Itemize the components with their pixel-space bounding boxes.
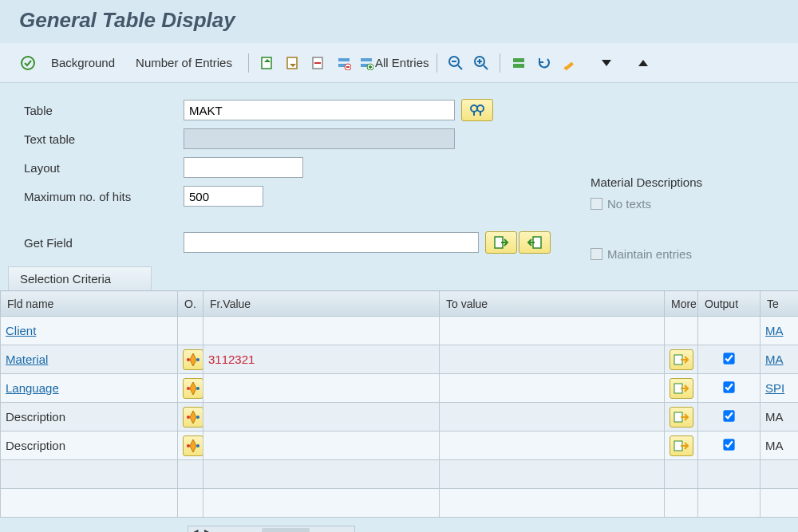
table-row: DescriptionMA <box>1 403 799 432</box>
th-fr[interactable]: Fr.Value <box>203 291 440 317</box>
multiple-selection-button[interactable] <box>670 435 693 456</box>
from-value-cell[interactable] <box>203 403 440 432</box>
from-value-cell[interactable]: 3112321 <box>208 353 255 366</box>
technical-name-cell[interactable]: MA <box>765 353 784 366</box>
svg-line-15 <box>458 65 462 69</box>
table-input[interactable] <box>184 100 455 120</box>
th-fld[interactable]: Fld name <box>1 291 178 317</box>
undo-icon[interactable] <box>534 53 555 73</box>
toolbar: Background Number of Entries All Entries <box>0 43 798 83</box>
svg-rect-9 <box>361 58 372 61</box>
collapse-down-icon[interactable] <box>596 53 617 73</box>
delete-row-icon[interactable] <box>308 53 329 73</box>
horizontal-scrollbar[interactable]: ◀ ▶ <box>188 526 355 532</box>
from-value-cell[interactable] <box>203 317 440 345</box>
selection-criteria-grid: Fld name O. Fr.Value To value More Outpu… <box>0 290 798 518</box>
th-o[interactable]: O. <box>178 291 203 317</box>
fld-name-cell[interactable]: Material <box>6 353 48 366</box>
from-value-cell[interactable] <box>203 432 440 460</box>
th-to[interactable]: To value <box>440 291 665 317</box>
svg-rect-21 <box>513 58 524 62</box>
table-row: LanguageSPI <box>1 374 799 403</box>
svg-point-42 <box>187 416 190 419</box>
svg-marker-37 <box>190 382 196 395</box>
to-value-cell[interactable] <box>440 403 665 432</box>
export-row-icon[interactable] <box>282 53 303 73</box>
from-value-cell[interactable] <box>203 374 440 403</box>
get-field-input[interactable] <box>184 232 479 253</box>
no-texts-label: No texts <box>607 197 651 211</box>
svg-point-46 <box>187 444 190 447</box>
zoom-in-icon[interactable] <box>471 53 492 73</box>
svg-point-0 <box>22 57 34 69</box>
output-checkbox[interactable] <box>723 381 734 392</box>
svg-point-28 <box>477 105 484 112</box>
zoom-out-icon[interactable] <box>445 53 466 73</box>
svg-line-18 <box>484 65 488 69</box>
text-table-label: Text table <box>24 132 184 146</box>
search-help-button[interactable] <box>461 99 493 121</box>
svg-point-38 <box>187 387 190 390</box>
layout-label: Layout <box>24 161 184 175</box>
layout-input[interactable] <box>184 157 303 178</box>
th-te[interactable]: Te <box>760 291 799 317</box>
number-of-entries-button[interactable]: Number of Entries <box>128 52 240 74</box>
svg-marker-45 <box>190 439 196 452</box>
export-button[interactable] <box>519 231 551 254</box>
layout-icon[interactable] <box>508 53 529 73</box>
rows-minus-icon[interactable] <box>334 53 354 73</box>
maxhits-input[interactable] <box>184 186 263 207</box>
to-value-cell[interactable] <box>440 345 665 374</box>
output-checkbox[interactable] <box>723 410 734 421</box>
background-button[interactable]: Background <box>43 52 123 74</box>
table-row <box>1 489 799 518</box>
selection-option-button[interactable] <box>183 407 203 428</box>
selection-option-button[interactable] <box>183 435 203 456</box>
no-texts-checkbox <box>591 198 602 210</box>
selection-criteria-header: Selection Criteria <box>8 266 152 290</box>
fld-name-cell[interactable]: Language <box>6 381 59 395</box>
to-value-cell[interactable] <box>440 317 665 345</box>
collapse-up-icon[interactable] <box>633 53 654 73</box>
multiple-selection-button[interactable] <box>670 378 693 399</box>
svg-rect-2 <box>287 57 297 69</box>
technical-name-cell: MA <box>765 410 784 424</box>
svg-point-34 <box>187 358 190 361</box>
table-row: Material3112321MA <box>1 345 799 374</box>
text-table-input <box>184 128 455 149</box>
technical-name-cell[interactable]: MA <box>765 324 784 337</box>
form-area: Table Text table Layout Maximum no. of h… <box>0 83 798 263</box>
maxhits-label: Maximum no. of hits <box>24 190 184 203</box>
all-entries-button[interactable]: All Entries <box>359 56 429 70</box>
svg-point-39 <box>196 387 200 390</box>
to-value-cell[interactable] <box>440 374 665 403</box>
svg-rect-1 <box>262 57 271 69</box>
all-entries-label: All Entries <box>375 56 429 69</box>
fld-name-cell[interactable]: Client <box>6 324 36 337</box>
selection-option-button[interactable] <box>183 349 203 370</box>
scroll-left-icon[interactable]: ◀ <box>188 526 201 532</box>
insert-row-icon[interactable] <box>257 53 278 73</box>
th-more[interactable]: More <box>665 291 698 317</box>
multiple-selection-button[interactable] <box>670 407 693 428</box>
fld-name-cell: Description <box>6 439 65 452</box>
multiple-selection-button[interactable] <box>670 349 693 370</box>
material-desc-heading: Material Descriptions <box>591 175 702 189</box>
svg-point-35 <box>196 358 200 361</box>
table-row: DescriptionMA <box>1 432 799 460</box>
page-title: General Table Display <box>0 0 798 43</box>
pencil-icon[interactable] <box>559 53 580 73</box>
scroll-thumb[interactable] <box>262 528 310 532</box>
technical-name-cell[interactable]: SPI <box>765 381 784 395</box>
to-value-cell[interactable] <box>440 432 665 460</box>
import-button[interactable] <box>485 231 517 254</box>
get-field-label: Get Field <box>24 236 184 250</box>
th-out[interactable]: Output <box>698 291 760 317</box>
execute-icon[interactable] <box>18 53 38 73</box>
svg-rect-22 <box>513 64 524 68</box>
output-checkbox[interactable] <box>723 353 734 364</box>
scroll-right-icon[interactable]: ▶ <box>201 526 214 532</box>
svg-point-47 <box>196 444 200 447</box>
output-checkbox[interactable] <box>723 439 734 450</box>
selection-option-button[interactable] <box>183 378 203 399</box>
